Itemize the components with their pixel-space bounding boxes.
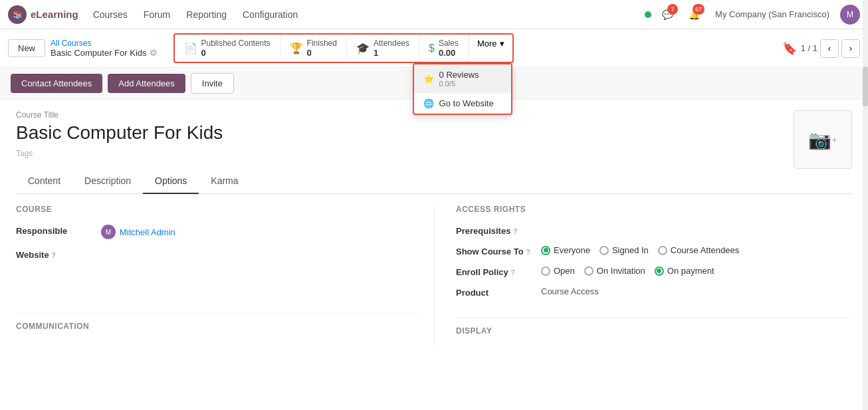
- prev-page-button[interactable]: ‹: [820, 39, 839, 58]
- more-dropdown: ⭐ 0 Reviews 0.0/5 🌐 Go to Website: [413, 63, 512, 115]
- reviews-text: 0 Reviews: [439, 70, 479, 80]
- breadcrumb-current: Basic Computer For Kids ⚙: [51, 48, 158, 58]
- contact-attendees-button[interactable]: Contact Attendees: [11, 74, 102, 93]
- show-signedin-radio[interactable]: [599, 246, 609, 255]
- enroll-policy-label: Enroll Policy ?: [456, 266, 536, 277]
- show-attendees-option[interactable]: Course Attendees: [658, 245, 739, 255]
- new-button[interactable]: New: [8, 39, 45, 57]
- invite-button[interactable]: Invite: [191, 73, 234, 94]
- user-avatar[interactable]: M: [840, 5, 860, 25]
- website-label: Website ?: [16, 249, 96, 260]
- prerequisites-row: Prerequisites ?: [456, 225, 852, 236]
- stat-sales[interactable]: $ Sales 0.00: [419, 35, 469, 62]
- star-icon: ⭐: [423, 74, 434, 84]
- nav-configuration[interactable]: Configuration: [236, 7, 304, 23]
- options-form: COURSE Responsible M Mitchell Admin Webs…: [16, 194, 852, 357]
- responsible-link[interactable]: Mitchell Admin: [120, 227, 175, 237]
- show-attendees-label: Course Attendees: [671, 245, 739, 255]
- enroll-invitation-option[interactable]: On Invitation: [584, 266, 645, 276]
- bookmark-icon[interactable]: 🔖: [782, 41, 797, 56]
- nav-forum[interactable]: Forum: [137, 7, 177, 23]
- prerequisites-label: Prerequisites ?: [456, 225, 536, 236]
- tags-label: Tags: [16, 149, 852, 158]
- enroll-open-option[interactable]: Open: [541, 266, 575, 276]
- enroll-policy-row: Enroll Policy ? Open On Invitation On pa…: [456, 266, 852, 277]
- published-icon: 📄: [184, 42, 197, 54]
- show-course-help-icon: ?: [526, 248, 530, 256]
- product-value: Course Access: [541, 286, 599, 296]
- stats-group: 📄 Published Contents 0 🏆 Finished 0 🎓 At…: [173, 33, 514, 63]
- nav-icons: 💬 7 🔔 67 My Company (San Francisco) M: [645, 4, 860, 25]
- activities-button[interactable]: 🔔 67: [683, 4, 705, 25]
- scrollbar-thumb[interactable]: [863, 66, 868, 106]
- tab-description[interactable]: Description: [72, 169, 143, 194]
- add-attendees-button[interactable]: Add Attendees: [108, 74, 185, 93]
- product-row: Product Course Access: [456, 286, 852, 298]
- stat-finished[interactable]: 🏆 Finished 0: [280, 35, 347, 62]
- published-label: Published Contents: [201, 39, 271, 48]
- attendees-value: 1: [374, 48, 409, 58]
- published-value: 0: [201, 48, 271, 58]
- show-signedin-option[interactable]: Signed In: [599, 245, 649, 255]
- sales-value: 0.00: [439, 48, 459, 58]
- responsible-row: Responsible M Mitchell Admin: [16, 225, 418, 239]
- access-rights-section: ACCESS RIGHTS Prerequisites ? Show Cours…: [434, 205, 852, 346]
- dropdown-reviews[interactable]: ⭐ 0 Reviews 0.0/5: [414, 64, 511, 93]
- finished-label: Finished: [307, 39, 337, 48]
- responsible-label: Responsible: [16, 225, 96, 236]
- dropdown-website[interactable]: 🌐 Go to Website: [414, 93, 511, 114]
- access-rights-title: ACCESS RIGHTS: [456, 205, 852, 214]
- logo[interactable]: 📚 eLearning: [8, 5, 78, 24]
- enroll-options: Open On Invitation On payment: [541, 266, 714, 276]
- show-course-row: Show Course To ? Everyone Signed In Cour…: [456, 245, 852, 256]
- breadcrumb: All Courses Basic Computer For Kids ⚙: [51, 39, 158, 58]
- prereq-help-icon: ?: [513, 227, 518, 235]
- enroll-payment-label: On payment: [667, 266, 714, 276]
- show-course-options: Everyone Signed In Course Attendees: [541, 245, 739, 255]
- show-everyone-option[interactable]: Everyone: [541, 245, 590, 255]
- course-title: Basic Computer For Kids: [16, 122, 852, 144]
- show-everyone-radio[interactable]: [541, 246, 550, 255]
- online-status-dot: [645, 11, 651, 18]
- tab-options[interactable]: Options: [143, 169, 199, 194]
- sales-icon: $: [429, 43, 435, 54]
- brand-name: eLearning: [31, 9, 78, 20]
- enroll-help-icon: ?: [510, 268, 515, 276]
- finished-icon: 🏆: [290, 42, 303, 54]
- tab-content[interactable]: Content: [16, 169, 72, 194]
- website-row: Website ?: [16, 249, 418, 260]
- breadcrumb-parent[interactable]: All Courses: [51, 39, 158, 48]
- enroll-payment-radio[interactable]: [655, 266, 664, 276]
- sales-label: Sales: [439, 39, 459, 48]
- attendees-icon: 🎓: [356, 42, 370, 54]
- tab-karma[interactable]: Karma: [199, 169, 250, 194]
- enroll-invitation-label: On Invitation: [597, 266, 645, 276]
- course-section-title: COURSE: [16, 205, 418, 214]
- more-button[interactable]: More ▾: [469, 35, 512, 52]
- show-attendees-radio[interactable]: [658, 246, 667, 255]
- enroll-open-radio[interactable]: [541, 266, 550, 276]
- course-image-placeholder[interactable]: 📷+: [794, 110, 852, 169]
- next-page-button[interactable]: ›: [841, 39, 860, 58]
- communication-section-title: COMMUNICATION: [16, 322, 418, 331]
- website-help-icon: ?: [51, 251, 56, 259]
- company-name: My Company (San Francisco): [715, 9, 829, 19]
- stat-published[interactable]: 📄 Published Contents 0: [175, 35, 280, 62]
- scrollbar[interactable]: [863, 0, 868, 367]
- stat-attendees[interactable]: 🎓 Attendees 1: [347, 35, 419, 62]
- activities-badge: 67: [693, 4, 705, 15]
- display-section-title: DISPLAY: [456, 326, 852, 336]
- nav-reporting[interactable]: Reporting: [179, 7, 233, 23]
- settings-icon[interactable]: ⚙: [150, 48, 158, 58]
- reviews-rating: 0.0/5: [439, 80, 479, 88]
- finished-value: 0: [307, 48, 337, 58]
- enroll-invitation-radio[interactable]: [584, 266, 594, 276]
- messages-button[interactable]: 💬 7: [657, 4, 678, 25]
- show-signedin-label: Signed In: [612, 245, 649, 255]
- logo-icon: 📚: [8, 5, 27, 24]
- top-navigation: 📚 eLearning Courses Forum Reporting Conf…: [0, 0, 868, 29]
- website-text: Go to Website: [439, 98, 494, 108]
- nav-courses[interactable]: Courses: [86, 7, 134, 23]
- enroll-payment-option[interactable]: On payment: [655, 266, 714, 276]
- responsible-avatar: M: [101, 225, 116, 239]
